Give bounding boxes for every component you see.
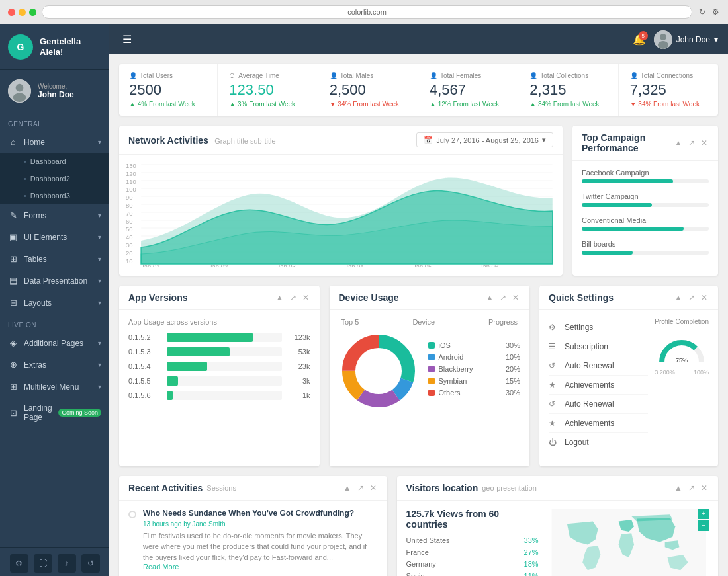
legend-item-ios: iOS 30% xyxy=(428,341,521,349)
quick-settings-title: Quick Settings xyxy=(549,292,614,303)
refresh-button[interactable]: ↻ xyxy=(698,7,707,17)
campaign-close-button[interactable]: ✕ xyxy=(700,138,709,147)
date-range-button[interactable]: 📅 July 27, 2016 - August 25, 2016 ▾ xyxy=(416,132,553,147)
notifications-button[interactable]: 🔔 5 xyxy=(633,33,646,46)
visitors-title: Visitors location xyxy=(406,483,478,493)
stat-total-users: 👤 Total Users 2500 ▲ 4% From last Week xyxy=(119,64,218,116)
recent-activities-actions: ▲ ↗ ✕ xyxy=(342,483,378,493)
user-menu[interactable]: John Doe ▾ xyxy=(654,30,718,49)
legend-name: Android xyxy=(439,353,464,361)
sidebar-item-dashboard3[interactable]: Dashboard3 xyxy=(0,187,109,204)
close-button[interactable]: ✕ xyxy=(511,293,520,302)
read-more-link[interactable]: Read More xyxy=(143,563,378,571)
device-usage-actions: ▲ ↗ ✕ xyxy=(484,293,520,302)
campaign-expand-button[interactable]: ↗ xyxy=(687,138,696,147)
recent-activities-header: Recent Activities Sessions ▲ ↗ ✕ xyxy=(119,476,387,501)
version-bar xyxy=(167,391,173,400)
settings-item-achievements1[interactable]: ★ Achievements xyxy=(549,376,648,395)
stat-value: 4,567 xyxy=(430,81,508,99)
version-value: 23k xyxy=(287,362,310,370)
svg-text:75%: 75% xyxy=(676,357,688,364)
sidebar-expand-button[interactable]: ⛶ xyxy=(34,554,52,573)
expand-button[interactable]: ↗ xyxy=(356,483,365,493)
svg-text:60: 60 xyxy=(126,218,133,225)
tables-icon: ⊞ xyxy=(8,254,19,264)
collapse-button[interactable]: ▲ xyxy=(342,483,353,493)
country-item-us: United States 33% xyxy=(406,536,539,544)
expand-button[interactable]: ↗ xyxy=(289,293,298,302)
version-bar-bg xyxy=(167,333,282,342)
activity-dot-col xyxy=(128,509,136,571)
nav-link-additional[interactable]: ◈ Additional Pages ▾ xyxy=(0,332,109,354)
settings-item-subscription[interactable]: ☰ Subscription xyxy=(549,337,648,356)
nav-link-layouts[interactable]: ⊟ Layouts ▾ xyxy=(0,292,109,313)
sidebar-sound-button[interactable]: ♪ xyxy=(58,554,76,573)
maximize-dot[interactable] xyxy=(29,9,36,16)
country-name: United States xyxy=(406,536,450,544)
settings-item-autorenewal1[interactable]: ↺ Auto Renewal xyxy=(549,356,648,376)
stat-value: 123.50 xyxy=(229,81,307,99)
zoom-out-button[interactable]: − xyxy=(698,520,709,531)
device-col-label: Device xyxy=(412,318,435,326)
sidebar-bottom: ⚙ ⛶ ♪ ↺ xyxy=(0,547,109,576)
collapse-button[interactable]: ▲ xyxy=(673,483,684,493)
stat-label: 👤 Total Connections xyxy=(630,72,708,79)
sidebar-settings-button[interactable]: ⚙ xyxy=(10,554,28,573)
campaign-bar-bg xyxy=(582,203,709,207)
user-info: Welcome, John Doe xyxy=(38,83,74,99)
nav-link-data[interactable]: ▤ Data Presentation ▾ xyxy=(0,270,109,292)
additional-icon: ◈ xyxy=(8,338,19,348)
close-button[interactable]: ✕ xyxy=(700,483,709,493)
zoom-in-button[interactable]: + xyxy=(698,509,709,519)
avatar xyxy=(8,79,31,103)
visitors-subtitle: geo-presentation xyxy=(482,484,537,492)
sidebar-item-dashboard[interactable]: Dashboard xyxy=(0,153,109,170)
arrow-icon: ▾ xyxy=(98,233,101,241)
collapse-button[interactable]: ▲ xyxy=(673,293,684,302)
url-bar[interactable]: colorlib.com xyxy=(42,5,692,19)
settings-button[interactable]: ⚙ xyxy=(711,7,720,17)
collapse-button[interactable]: ▲ xyxy=(275,293,285,302)
settings-list: ⚙ Settings ☰ Subscription ↺ Auto Renewal xyxy=(549,318,648,452)
close-button[interactable]: ✕ xyxy=(369,483,378,493)
hamburger-button[interactable]: ☰ xyxy=(119,30,135,49)
campaign-item-media: Conventional Media xyxy=(582,216,709,231)
nav-link-forms[interactable]: ✎ Forms ▾ xyxy=(0,204,109,226)
expand-button[interactable]: ↗ xyxy=(687,293,696,302)
close-dot[interactable] xyxy=(8,9,15,16)
close-button[interactable]: ✕ xyxy=(301,293,310,302)
stat-label: 👤 Total Males xyxy=(330,72,408,79)
recent-activities-subtitle: Sessions xyxy=(206,484,236,492)
settings-item-autorenewal2[interactable]: ↺ Auto Renewal xyxy=(549,395,648,414)
settings-item-achievements2[interactable]: ★ Achievements xyxy=(549,414,648,433)
expand-button[interactable]: ↗ xyxy=(687,483,696,493)
device-header-row: Top 5 Device Progress xyxy=(339,318,521,326)
collapse-button[interactable]: ▲ xyxy=(484,293,495,302)
legend-left: Blackberry xyxy=(428,365,473,373)
stat-value: 2,500 xyxy=(330,81,408,99)
country-item-spain: Spain 11% xyxy=(406,572,539,576)
svg-text:Jan 05: Jan 05 xyxy=(413,263,432,267)
settings-item-logout[interactable]: ⏻ Logout xyxy=(549,433,648,452)
nav-link-ui[interactable]: ▣ UI Elements ▾ xyxy=(0,226,109,248)
landing-icon: ⊡ xyxy=(8,408,19,418)
nav-link-home[interactable]: ⌂ Home ▾ xyxy=(0,131,109,153)
sidebar-refresh-button[interactable]: ↺ xyxy=(81,554,100,573)
legend-item-symbian: Symbian 15% xyxy=(428,377,521,385)
nav-link-extras[interactable]: ⊕ Extras ▾ xyxy=(0,354,109,376)
close-button[interactable]: ✕ xyxy=(700,293,709,302)
campaign-actions: ▲ ↗ ✕ xyxy=(673,138,709,147)
visitors-count: 125.7k Views from 60 countries xyxy=(406,509,539,530)
expand-button[interactable]: ↗ xyxy=(498,293,508,302)
minimize-dot[interactable] xyxy=(19,9,26,16)
nav-link-multilevel[interactable]: ⊞ Multilevel Menu ▾ xyxy=(0,376,109,397)
country-pct: 11% xyxy=(524,572,539,576)
nav-label-extras: Extras xyxy=(24,360,93,370)
campaign-collapse-button[interactable]: ▲ xyxy=(673,138,684,147)
achievements-icon: ★ xyxy=(549,380,559,390)
nav-link-landing[interactable]: ⊡ Landing Page Coming Soon xyxy=(0,397,109,428)
sidebar-item-dashboard2[interactable]: Dashboard2 xyxy=(0,170,109,187)
nav-item-additional: ◈ Additional Pages ▾ xyxy=(0,332,109,354)
settings-item-settings[interactable]: ⚙ Settings xyxy=(549,318,648,337)
nav-link-tables[interactable]: ⊞ Tables ▾ xyxy=(0,248,109,270)
